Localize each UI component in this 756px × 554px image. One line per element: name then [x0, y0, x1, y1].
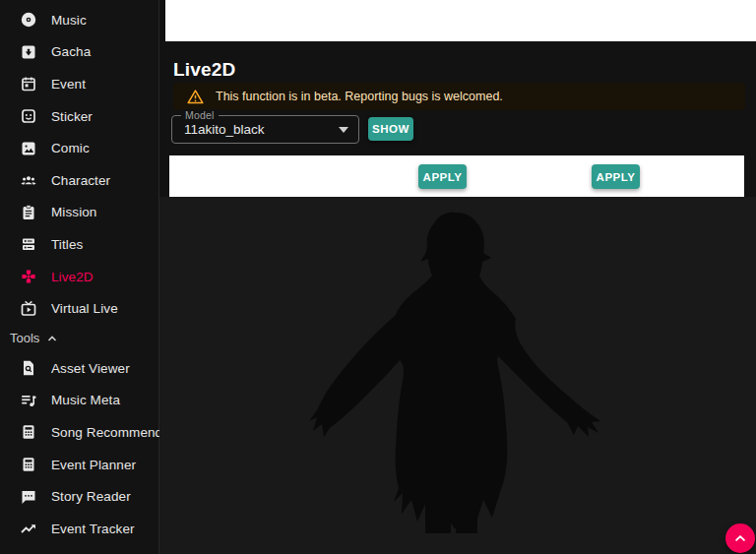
model-select-value: 11akito_black	[172, 122, 339, 137]
live2d-canvas[interactable]	[159, 197, 756, 554]
top-bar	[165, 0, 756, 41]
apply-button-left[interactable]: APPLY	[418, 164, 467, 189]
sidebar-item-gacha[interactable]: Gacha	[0, 36, 158, 69]
sidebar-item-comic[interactable]: Comic	[0, 132, 158, 164]
calendar-icon	[20, 75, 37, 92]
tools-label: Tools	[10, 331, 39, 345]
sidebar-item-character[interactable]: Character	[0, 164, 158, 197]
sidebar-item-label: Story Reader	[51, 489, 131, 504]
sticker-face-icon	[20, 107, 37, 125]
sidebar-item-event-planner[interactable]: Event Planner	[0, 449, 158, 481]
album-icon	[20, 11, 37, 29]
image-icon	[20, 140, 37, 157]
trending-up-icon	[20, 520, 37, 537]
apply-button-right[interactable]: APPLY	[592, 164, 640, 189]
sidebar-item-label: Gacha	[51, 44, 91, 59]
people-icon	[20, 171, 37, 189]
sidebar-item-label: Virtual Live	[51, 301, 118, 316]
sidebar-item-virtual-live[interactable]: Virtual Live	[0, 292, 158, 325]
queue-music-icon	[20, 392, 37, 409]
live-tv-icon	[20, 300, 37, 318]
warning-text: This function is in beta. Reporting bugs…	[216, 90, 503, 103]
sidebar-item-label: Music	[51, 13, 87, 28]
calculator-icon	[20, 423, 37, 441]
sidebar-item-label: Comic	[51, 141, 90, 155]
sidebar-item-titles[interactable]: Titles	[0, 228, 158, 261]
app-root: Music Gacha Event Sticker Comic	[0, 0, 756, 554]
sidebar-item-label: Sticker	[51, 109, 93, 124]
chevron-up-icon	[45, 332, 59, 345]
character-silhouette	[159, 197, 756, 554]
sidebar-item-music[interactable]: Music	[0, 4, 158, 36]
sidebar: Music Gacha Event Sticker Comic	[0, 0, 159, 554]
show-button[interactable]: SHOW	[368, 117, 413, 141]
model-select-label: Model	[181, 109, 219, 121]
sidebar-item-label: Song Recommender	[51, 425, 174, 440]
sidebar-item-label: Mission	[51, 205, 96, 219]
sidebar-item-sticker[interactable]: Sticker	[0, 100, 158, 133]
clipboard-icon	[20, 204, 37, 221]
scroll-to-top-fab[interactable]	[725, 523, 755, 553]
calculator-icon	[20, 456, 37, 473]
sidebar-item-label: Event	[51, 77, 86, 92]
sidebar-item-live2d[interactable]: Live2D	[0, 261, 158, 293]
gacha-box-icon	[20, 43, 37, 61]
titles-list-icon	[20, 235, 37, 253]
model-select[interactable]: Model 11akito_black	[171, 115, 359, 144]
sidebar-item-song-recommender[interactable]: Song Recommender	[0, 416, 158, 449]
beta-warning-banner: This function is in beta. Reporting bugs…	[173, 83, 745, 110]
sidebar-item-label: Event Planner	[51, 458, 136, 472]
file-search-icon	[20, 359, 37, 377]
sidebar-item-story-reader[interactable]: Story Reader	[0, 480, 158, 513]
warning-triangle-icon	[187, 89, 204, 105]
sidebar-item-music-meta[interactable]: Music Meta	[0, 385, 158, 417]
sidebar-item-event-tracker[interactable]: Event Tracker	[0, 513, 158, 545]
sidebar-item-label: Character	[51, 173, 110, 188]
chat-icon	[20, 488, 37, 506]
sidebar-item-event[interactable]: Event	[0, 68, 158, 100]
sidebar-item-label: Titles	[51, 237, 83, 252]
sidebar-item-label: Live2D	[51, 270, 94, 284]
sidebar-section-tools[interactable]: Tools	[0, 325, 158, 352]
chevron-up-icon	[733, 531, 747, 545]
sidebar-item-label: Asset Viewer	[51, 361, 130, 376]
dpad-icon	[20, 268, 37, 285]
sidebar-item-mission[interactable]: Mission	[0, 197, 158, 229]
page-title: Live2D	[173, 59, 236, 81]
chevron-down-icon	[339, 127, 348, 133]
sidebar-item-asset-viewer[interactable]: Asset Viewer	[0, 352, 158, 385]
sidebar-item-label: Music Meta	[51, 393, 120, 407]
sidebar-item-label: Event Tracker	[51, 522, 135, 536]
